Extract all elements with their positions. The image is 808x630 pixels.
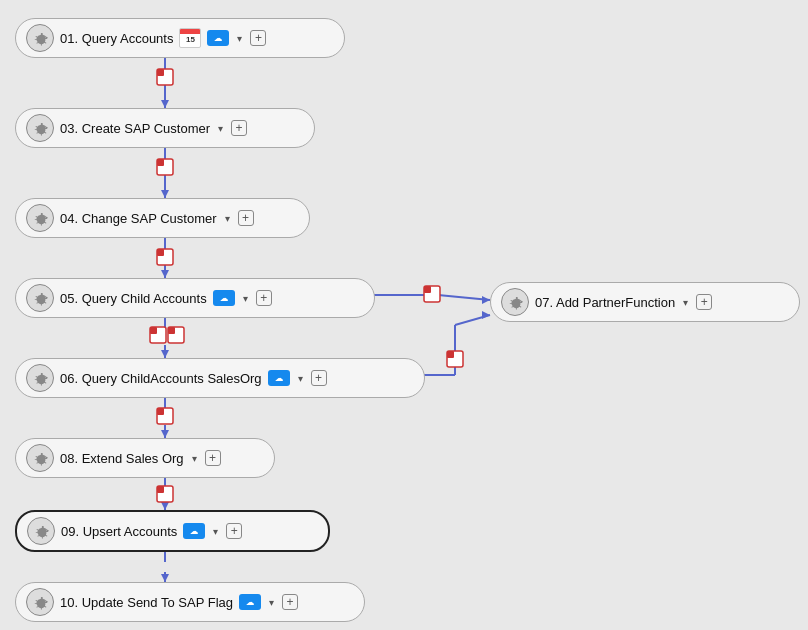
- svg-rect-43: [424, 286, 431, 293]
- node-07-dropdown[interactable]: ▾: [681, 297, 690, 308]
- node-10-label: 10. Update Send To SAP Flag: [60, 595, 233, 610]
- node-05-dropdown[interactable]: ▾: [241, 293, 250, 304]
- node-04-icon: [26, 204, 54, 232]
- connector-03-04[interactable]: [156, 158, 174, 176]
- svg-marker-27: [482, 311, 490, 319]
- connector-05-06a[interactable]: [149, 326, 167, 344]
- node-03-dropdown[interactable]: ▾: [216, 123, 225, 134]
- svg-marker-14: [161, 430, 169, 438]
- connector-05-06b[interactable]: [167, 326, 185, 344]
- svg-marker-17: [161, 502, 169, 510]
- svg-marker-23: [482, 296, 490, 304]
- node-04-dropdown[interactable]: ▾: [223, 213, 232, 224]
- node-09-upsert-accounts[interactable]: 09. Upsert Accounts ☁ ▾ +: [15, 510, 330, 552]
- svg-rect-37: [168, 327, 175, 334]
- node-10-dropdown[interactable]: ▾: [267, 597, 276, 608]
- node-10-icon: [26, 588, 54, 616]
- svg-rect-31: [157, 159, 164, 166]
- node-09-sf-badge: ☁: [183, 523, 205, 539]
- node-09-icon: [27, 517, 55, 545]
- node-08-icon: [26, 444, 54, 472]
- svg-rect-39: [157, 408, 164, 415]
- node-06-add[interactable]: +: [311, 370, 327, 386]
- node-07-icon: [501, 288, 529, 316]
- node-03-icon: [26, 114, 54, 142]
- svg-marker-11: [161, 350, 169, 358]
- svg-marker-2: [161, 100, 169, 108]
- node-03-add[interactable]: +: [231, 120, 247, 136]
- svg-marker-20: [161, 574, 169, 582]
- node-06-label: 06. Query ChildAccounts SalesOrg: [60, 371, 262, 386]
- node-06-dropdown[interactable]: ▾: [296, 373, 305, 384]
- node-09-dropdown[interactable]: ▾: [211, 526, 220, 537]
- node-08-add[interactable]: +: [205, 450, 221, 466]
- node-05-icon: [26, 284, 54, 312]
- svg-rect-45: [447, 351, 454, 358]
- node-06-sf-badge: ☁: [268, 370, 290, 386]
- node-09-label: 09. Upsert Accounts: [61, 524, 177, 539]
- node-08-dropdown[interactable]: ▾: [190, 453, 199, 464]
- connector-04-05[interactable]: [156, 248, 174, 266]
- node-03-label: 03. Create SAP Customer: [60, 121, 210, 136]
- node-04-add[interactable]: +: [238, 210, 254, 226]
- node-08-extend-sales-org[interactable]: 08. Extend Sales Org ▾ +: [15, 438, 275, 478]
- node-01-add[interactable]: +: [250, 30, 266, 46]
- svg-line-22: [438, 295, 490, 300]
- node-07-add-partnerfunction[interactable]: 07. Add PartnerFunction ▾ +: [490, 282, 800, 322]
- svg-marker-5: [161, 190, 169, 198]
- node-06-icon: [26, 364, 54, 392]
- node-05-sf-badge: ☁: [213, 290, 235, 306]
- node-01-label: 01. Query Accounts: [60, 31, 173, 46]
- svg-rect-35: [150, 327, 157, 334]
- node-09-add[interactable]: +: [226, 523, 242, 539]
- workflow-canvas: 01. Query Accounts 15 ☁ ▾ + 03. Create S…: [0, 0, 808, 630]
- connector-01-03[interactable]: [156, 68, 174, 86]
- node-04-label: 04. Change SAP Customer: [60, 211, 217, 226]
- node-06-query-childaccounts-salesorg[interactable]: 06. Query ChildAccounts SalesOrg ☁ ▾ +: [15, 358, 425, 398]
- node-10-update-send-to-sap-flag[interactable]: 10. Update Send To SAP Flag ☁ ▾ +: [15, 582, 365, 622]
- connector-06-08[interactable]: [156, 407, 174, 425]
- node-07-add[interactable]: +: [696, 294, 712, 310]
- svg-marker-8: [161, 270, 169, 278]
- node-08-label: 08. Extend Sales Org: [60, 451, 184, 466]
- node-07-label: 07. Add PartnerFunction: [535, 295, 675, 310]
- node-05-add[interactable]: +: [256, 290, 272, 306]
- node-04-change-sap-customer[interactable]: 04. Change SAP Customer ▾ +: [15, 198, 310, 238]
- connector-08-09[interactable]: [156, 485, 174, 503]
- node-01-query-accounts[interactable]: 01. Query Accounts 15 ☁ ▾ +: [15, 18, 345, 58]
- connector-05-07[interactable]: [423, 285, 441, 303]
- node-01-sf-badge: ☁: [207, 30, 229, 46]
- svg-rect-29: [157, 69, 164, 76]
- node-10-sf-badge: ☁: [239, 594, 261, 610]
- node-01-icon: [26, 24, 54, 52]
- svg-rect-41: [157, 486, 164, 493]
- svg-rect-33: [157, 249, 164, 256]
- node-01-cal-badge: 15: [179, 28, 201, 48]
- node-05-query-child-accounts[interactable]: 05. Query Child Accounts ☁ ▾ +: [15, 278, 375, 318]
- node-05-label: 05. Query Child Accounts: [60, 291, 207, 306]
- svg-line-26: [455, 315, 490, 325]
- node-01-dropdown[interactable]: ▾: [235, 33, 244, 44]
- node-10-add[interactable]: +: [282, 594, 298, 610]
- connector-06-07[interactable]: [446, 350, 464, 368]
- node-03-create-sap-customer[interactable]: 03. Create SAP Customer ▾ +: [15, 108, 315, 148]
